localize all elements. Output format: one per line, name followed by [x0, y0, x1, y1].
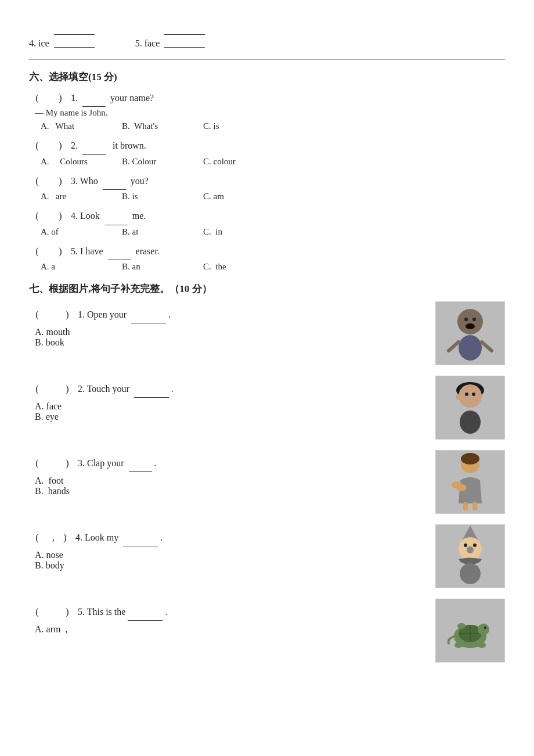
item5-blanks: [164, 23, 205, 49]
q4-paren: (: [29, 207, 45, 225]
s7-q2-text: ( ) 2. Touch your . A. face B. eye: [29, 376, 424, 422]
s7-q5-opts: A. arm ,: [35, 624, 424, 635]
q3-paren: (: [29, 172, 45, 190]
q4-blank[interactable]: [104, 225, 128, 225]
svg-point-16: [456, 484, 467, 491]
q3-opt-a: A. are: [41, 192, 99, 201]
q4-opt-a: A. of: [41, 227, 99, 237]
s7-q4-text: ( , ) 4. Look my . A. nose B. body: [29, 524, 424, 571]
svg-point-22: [464, 543, 467, 547]
q3-options: A. are B. is C. am: [41, 192, 505, 201]
svg-point-21: [467, 546, 474, 553]
svg-point-9: [460, 411, 481, 434]
section6-q3: ( ) 3. Who you?: [29, 172, 505, 190]
s7-q5-text: ( ) 5. This is the. A. arm ,: [29, 599, 424, 635]
svg-point-11: [465, 393, 468, 396]
s7-q5-question: ( ) 5. This is the.: [29, 603, 424, 621]
svg-point-23: [473, 543, 477, 547]
svg-point-0: [457, 309, 483, 334]
q2-opt-c: C. colour: [203, 157, 261, 167]
s7-q3-opts: A. foot B. hands: [35, 476, 424, 496]
s7-q4-opt-b: B. body: [35, 560, 424, 571]
section6-q4: ( ) 4. Look me.: [29, 207, 505, 225]
s7-q3-opt-b: B. hands: [35, 486, 424, 496]
q2-opt-a: A. Colours: [41, 157, 99, 167]
svg-point-24: [460, 563, 481, 584]
s7-q3-question: ( ) 3. Clap your .: [29, 455, 424, 472]
item5-blank1[interactable]: [164, 24, 205, 35]
q3-paren-close: ): [52, 172, 68, 190]
s7-q3-opt-a: A. foot: [35, 476, 424, 486]
item4-blanks: [54, 23, 95, 49]
q1-answer-hint: — My name is John.: [35, 108, 505, 118]
s7-q5-blank[interactable]: [128, 620, 163, 621]
q2-opt-b: B. Colour: [122, 157, 180, 167]
item4-label: 4. ice: [29, 38, 49, 49]
s7-q5-opt-a: A. arm ,: [35, 624, 424, 635]
q2-paren-close: ): [52, 137, 68, 154]
s7-q3-text: ( ) 3. Clap your . A. foot B. hands: [29, 450, 424, 496]
q5-opt-b: B. an: [122, 262, 180, 272]
section7: 七、根据图片,将句子补充完整。（10 分） ( ) 1. Open your .…: [29, 282, 505, 663]
svg-point-33: [457, 623, 466, 629]
item5-blank2[interactable]: [164, 37, 205, 48]
s7-q2-question: ( ) 2. Touch your .: [29, 380, 424, 398]
q4-options: A. of B. at C. in: [41, 227, 505, 237]
s7-q4-opts: A. nose B. body: [35, 550, 424, 571]
s7-q4-question: ( , ) 4. Look my .: [29, 529, 424, 546]
section6: 六、选择填空(15 分) ( ) 1. your name? — My name…: [29, 70, 505, 272]
s7-q4-item: ( , ) 4. Look my . A. nose B. body: [29, 524, 505, 588]
s7-q1-image: [435, 301, 505, 365]
s7-q4-image: [435, 524, 505, 588]
svg-point-5: [472, 318, 476, 321]
q3-opt-c: C. am: [203, 192, 261, 201]
s7-q2-opt-a: A. face: [35, 401, 424, 412]
q5-paren: (: [29, 243, 45, 260]
s7-q3-image: [435, 450, 505, 514]
s7-q2-blank[interactable]: [134, 397, 169, 398]
q5-paren-close: ): [52, 243, 68, 260]
svg-point-12: [472, 393, 475, 396]
s7-q5-image: [435, 599, 505, 663]
s7-q1-opts: A. mouth B. book: [35, 327, 424, 348]
s7-q4-blank[interactable]: [123, 546, 158, 546]
s7-q2-image: [435, 376, 505, 440]
section-divider: [29, 59, 505, 60]
q5-opt-c: C. the: [203, 262, 261, 272]
q4-paren-close: ): [52, 207, 68, 225]
item4-blank1[interactable]: [54, 24, 95, 35]
s7-q4-opt-a: A. nose: [35, 550, 424, 560]
section6-q1: ( ) 1. your name?: [29, 89, 505, 107]
q1-opt-a: A. What: [41, 121, 99, 131]
s7-q3-blank[interactable]: [129, 471, 152, 472]
item5-label: 5. face: [135, 38, 160, 49]
section6-q2: ( ) 2. it brown.: [29, 137, 505, 154]
svg-point-29: [478, 624, 489, 635]
svg-point-31: [454, 642, 463, 648]
q1-blank[interactable]: [82, 106, 106, 107]
item4-blank2[interactable]: [54, 37, 95, 48]
q1-paren: (: [29, 89, 45, 107]
s7-q2-opt-b: B. eye: [35, 412, 424, 422]
q3-blank[interactable]: [103, 189, 126, 190]
s7-q1-opt-b: B. book: [35, 337, 424, 348]
q2-options: A. Colours B. Colour C. colour: [41, 157, 505, 167]
s7-q2-opts: A. face B. eye: [35, 401, 424, 422]
q5-blank[interactable]: [108, 260, 131, 260]
svg-point-30: [484, 627, 486, 629]
svg-point-1: [459, 335, 482, 361]
q3-opt-b: B. is: [122, 192, 180, 201]
section6-title: 六、选择填空(15 分): [29, 70, 505, 84]
q1-options: A. What B. What's C. is: [41, 121, 505, 131]
q1-opt-b: B. What's: [122, 121, 180, 131]
q5-opt-a: A. a: [41, 262, 99, 272]
svg-line-2: [449, 342, 459, 351]
s7-q1-blank[interactable]: [131, 323, 166, 323]
svg-rect-17: [463, 502, 468, 510]
q1-opt-c: C. is: [203, 121, 261, 131]
section7-title: 七、根据图片,将句子补充完整。（10 分）: [29, 282, 505, 296]
svg-point-10: [456, 394, 465, 400]
q2-blank[interactable]: [82, 154, 106, 155]
s7-q3-item: ( ) 3. Clap your . A. foot B. hands: [29, 450, 505, 514]
s7-q1-opt-a: A. mouth: [35, 327, 424, 337]
